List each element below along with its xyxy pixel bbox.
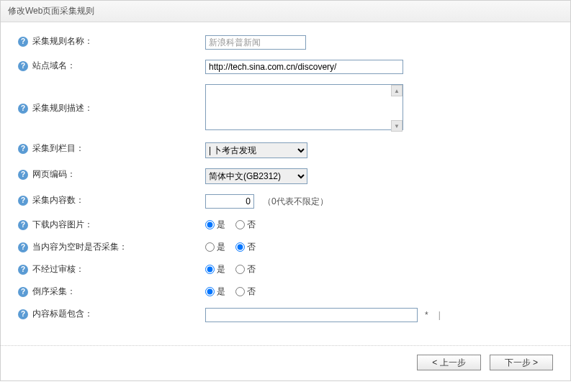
title-contains-input[interactable] [205, 308, 418, 322]
help-icon[interactable]: ? [18, 287, 28, 297]
collect-count-input[interactable] [205, 194, 254, 209]
label-download-img: 下载内容图片： [32, 219, 93, 231]
field-col: 是 否 [205, 286, 553, 298]
pipe-mark: | [439, 310, 441, 320]
scroll-up-icon[interactable]: ▲ [391, 85, 403, 96]
collect-to-select[interactable]: | 卜考古发现 [205, 142, 307, 158]
label-empty-content: 当内容为空时是否采集： [32, 241, 127, 253]
label-col: ? 网页编码： [18, 168, 205, 181]
no-audit-yes-radio[interactable] [205, 265, 215, 274]
radio-yes[interactable]: 是 [205, 286, 225, 298]
radio-yes[interactable]: 是 [205, 219, 225, 231]
encoding-select[interactable]: 简体中文(GB2312) [205, 168, 307, 184]
row-no-audit: ? 不经过审核： 是 否 [18, 263, 553, 275]
label-title-contains: 内容标题包含： [32, 308, 93, 320]
label-rule-desc: 采集规则描述： [32, 102, 93, 114]
label-col: ? 不经过审核： [18, 263, 205, 275]
label-col: ? 采集规则描述： [18, 102, 205, 114]
field-col: 是 否 [205, 219, 553, 231]
field-col: 是 否 [205, 241, 553, 253]
row-encoding: ? 网页编码： 简体中文(GB2312) [18, 168, 553, 184]
help-icon[interactable]: ? [18, 61, 28, 71]
label-col: ? 采集到栏目： [18, 142, 205, 155]
no-audit-radio-group: 是 否 [205, 263, 256, 275]
panel-header: 修改Web页面采集规则 [1, 1, 570, 22]
help-icon[interactable]: ? [18, 104, 28, 114]
empty-content-yes-radio[interactable] [205, 242, 215, 252]
radio-no-label: 否 [247, 286, 256, 298]
textarea-scrollbar: ▲ ▼ [391, 85, 403, 132]
label-collect-to: 采集到栏目： [32, 142, 84, 155]
row-site-domain: ? 站点域名： [18, 60, 553, 74]
collect-count-hint: （0代表不限定） [263, 196, 328, 208]
required-star: * [425, 310, 428, 320]
help-icon[interactable]: ? [18, 196, 28, 206]
field-col [205, 35, 553, 50]
help-icon[interactable]: ? [18, 170, 28, 180]
reverse-collect-yes-radio[interactable] [205, 287, 215, 296]
label-col: ? 倒序采集： [18, 286, 205, 298]
row-rule-desc: ? 采集规则描述： ▲ ▼ [18, 84, 553, 132]
label-collect-count: 采集内容数： [32, 194, 84, 206]
row-empty-content: ? 当内容为空时是否采集： 是 否 [18, 241, 553, 253]
row-collect-to: ? 采集到栏目： | 卜考古发现 [18, 142, 553, 158]
label-col: ? 采集规则名称： [18, 35, 205, 47]
button-bar: < 上一步 下一步 > [1, 355, 570, 380]
radio-no[interactable]: 否 [235, 219, 256, 231]
rule-name-input[interactable] [205, 35, 306, 50]
radio-yes-label: 是 [217, 286, 225, 298]
download-img-radio-group: 是 否 [205, 219, 256, 231]
label-col: ? 内容标题包含： [18, 308, 205, 320]
label-col: ? 站点域名： [18, 60, 205, 72]
form: ? 采集规则名称： ? 站点域名： ? 采集规则描述： [1, 22, 570, 339]
help-icon[interactable]: ? [18, 309, 28, 319]
row-collect-count: ? 采集内容数： （0代表不限定） [18, 194, 553, 209]
row-download-img: ? 下载内容图片： 是 否 [18, 219, 553, 231]
label-col: ? 下载内容图片： [18, 219, 205, 231]
help-icon[interactable]: ? [18, 265, 28, 275]
download-img-no-radio[interactable] [235, 220, 245, 229]
label-no-audit: 不经过审核： [32, 263, 84, 275]
help-icon[interactable]: ? [18, 144, 28, 154]
radio-no[interactable]: 否 [235, 286, 256, 298]
row-rule-name: ? 采集规则名称： [18, 35, 553, 50]
site-domain-input[interactable] [205, 60, 403, 74]
radio-no-label: 否 [247, 219, 256, 231]
help-icon[interactable]: ? [18, 242, 28, 252]
no-audit-no-radio[interactable] [235, 265, 245, 274]
next-button[interactable]: 下一步 > [490, 355, 553, 370]
radio-no[interactable]: 否 [235, 263, 256, 275]
label-encoding: 网页编码： [32, 168, 76, 181]
row-title-contains: ? 内容标题包含： * | [18, 308, 553, 322]
scroll-down-icon[interactable]: ▼ [391, 120, 403, 132]
radio-yes[interactable]: 是 [205, 241, 225, 253]
field-col: （0代表不限定） [205, 194, 553, 209]
help-icon[interactable]: ? [18, 220, 28, 230]
radio-yes-label: 是 [217, 219, 225, 231]
field-col [205, 60, 553, 74]
reverse-collect-radio-group: 是 否 [205, 286, 256, 298]
prev-button[interactable]: < 上一步 [417, 355, 480, 370]
field-col: | 卜考古发现 [205, 142, 553, 158]
empty-content-radio-group: 是 否 [205, 241, 256, 253]
radio-no[interactable]: 否 [235, 241, 256, 253]
radio-no-label: 否 [247, 241, 256, 253]
download-img-yes-radio[interactable] [205, 220, 215, 229]
row-reverse-collect: ? 倒序采集： 是 否 [18, 286, 553, 298]
separator [1, 345, 570, 346]
label-col: ? 当内容为空时是否采集： [18, 241, 205, 253]
field-col: * | [205, 308, 553, 322]
label-site-domain: 站点域名： [32, 60, 76, 72]
field-col: 简体中文(GB2312) [205, 168, 553, 184]
radio-no-label: 否 [247, 263, 256, 275]
reverse-collect-no-radio[interactable] [235, 287, 245, 296]
label-rule-name: 采集规则名称： [32, 35, 93, 47]
field-col: 是 否 [205, 263, 553, 275]
help-icon[interactable]: ? [18, 37, 28, 47]
field-col: ▲ ▼ [205, 84, 553, 132]
rule-desc-textarea[interactable] [205, 84, 403, 130]
radio-yes[interactable]: 是 [205, 263, 225, 275]
panel: 修改Web页面采集规则 ? 采集规则名称： ? 站点域名： ? 采集规则 [0, 0, 571, 381]
label-col: ? 采集内容数： [18, 194, 205, 206]
empty-content-no-radio[interactable] [235, 242, 245, 252]
